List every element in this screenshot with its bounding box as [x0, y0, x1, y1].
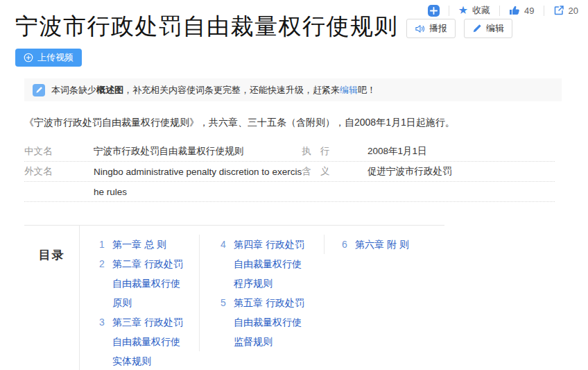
speaker-icon — [415, 24, 425, 34]
circle-plus-icon — [24, 53, 33, 62]
toc-item-3: 3 第三章 行政处罚自由裁量权行使实体规则 — [99, 312, 199, 370]
toc-number: 6 — [342, 235, 350, 254]
toc-item-5: 5 第五章 行政处罚自由裁量权行使监督规则 — [220, 293, 324, 351]
info-label: 含 义 — [302, 165, 368, 178]
plus-badge-icon[interactable] — [428, 5, 440, 17]
toc-link-chapter-4[interactable]: 第四章 行政处罚自由裁量权行使程序规则 — [234, 235, 309, 293]
upload-video-label: 上传视频 — [37, 51, 74, 64]
toc-number: 2 — [99, 254, 107, 274]
star-icon: ★ — [458, 5, 468, 16]
summary-paragraph: 《宁波市行政处罚自由裁量权行使规则》，共六章、三十五条（含附则），自2008年1… — [24, 115, 524, 130]
toc-link-chapter-5[interactable]: 第五章 行政处罚自由裁量权行使监督规则 — [234, 293, 309, 351]
topbar: ★ 收藏 49 20 — [428, 3, 578, 17]
topbar-divider — [544, 6, 544, 16]
play-audio-button[interactable]: 播报 — [406, 19, 456, 38]
notice-bar: 本词条缺少概述图，补充相关内容使词条更完整，还能快速升级，赶紧来编辑吧！ — [24, 78, 562, 101]
basic-info-table: 中文名 宁波市行政处罚自由裁量权行使规则 执 行 2008年1月1日 外文名 N… — [24, 142, 555, 202]
info-label: 执 行 — [302, 145, 368, 158]
toc-link-chapter-3[interactable]: 第三章 行政处罚自由裁量权行使实体规则 — [112, 312, 187, 370]
notice-suffix: 吧！ — [358, 85, 376, 95]
topbar-divider — [499, 6, 500, 16]
toc-link-chapter-6[interactable]: 第六章 附 则 — [355, 235, 430, 254]
catalog-title: 目录 — [39, 249, 65, 262]
info-value: 2008年1月1日 — [368, 145, 555, 158]
edit-pencil-icon — [33, 84, 45, 96]
notice-text: 本词条缺少概述图，补充相关内容使词条更完整，还能快速升级，赶紧来编辑吧！ — [51, 84, 376, 96]
info-value: he rules — [94, 187, 302, 197]
toc-item-2: 2 第二章 行政处罚自由裁量权行使原则 — [99, 254, 199, 312]
info-label: 外文名 — [24, 165, 94, 178]
notice-edit-link[interactable]: 编辑 — [340, 85, 358, 95]
share-count: 20 — [569, 6, 578, 16]
topbar-divider — [449, 6, 449, 16]
favorite-button[interactable]: ★ 收藏 — [458, 4, 490, 17]
thumb-up-icon — [509, 5, 520, 16]
upload-video-button[interactable]: 上传视频 — [15, 49, 82, 67]
info-row: 中文名 宁波市行政处罚自由裁量权行使规则 执 行 2008年1月1日 — [24, 142, 555, 162]
info-value: 促进宁波市行政处罚 — [368, 165, 555, 178]
toc-item-1: 1 第一章 总 则 — [99, 235, 199, 254]
page-title: 宁波市行政处罚自由裁量权行使规则 — [15, 12, 398, 40]
pencil-icon — [472, 24, 482, 33]
favorite-label: 收藏 — [472, 4, 490, 17]
toc-number: 4 — [220, 235, 229, 254]
play-label: 播报 — [429, 22, 447, 35]
catalog-title-cell: 目录 — [24, 226, 80, 370]
info-value: 宁波市行政处罚自由裁量权行使规则 — [94, 145, 302, 158]
notice-bold: 概述图 — [96, 85, 123, 95]
like-button[interactable]: 49 — [509, 5, 534, 16]
toc-item-4: 4 第四章 行政处罚自由裁量权行使程序规则 — [220, 235, 324, 293]
toc-link-chapter-2[interactable]: 第二章 行政处罚自由裁量权行使原则 — [112, 254, 187, 312]
toc-number: 5 — [220, 293, 229, 312]
catalog-column: 6 第六章 附 则 — [324, 235, 442, 254]
info-label: 中文名 — [24, 145, 94, 158]
toc-link-chapter-1[interactable]: 第一章 总 则 — [112, 235, 187, 254]
like-count: 49 — [524, 6, 534, 16]
catalog-column: 1 第一章 总 则 2 第二章 行政处罚自由裁量权行使原则 3 第三章 行政处罚… — [80, 235, 199, 370]
plus-icon — [430, 7, 438, 15]
catalog: 目录 1 第一章 总 则 2 第二章 行政处罚自由裁量权行使原则 3 第三章 行… — [24, 225, 444, 370]
edit-button[interactable]: 编辑 — [464, 19, 512, 38]
toc-item-6: 6 第六章 附 则 — [342, 235, 442, 254]
info-row: he rules — [24, 182, 555, 202]
share-button[interactable]: 20 — [553, 5, 578, 16]
catalog-column: 4 第四章 行政处罚自由裁量权行使程序规则 5 第五章 行政处罚自由裁量权行使监… — [199, 235, 324, 351]
edit-label: 编辑 — [486, 22, 504, 35]
toc-number: 1 — [99, 235, 107, 254]
info-value: Ningbo administrative penalty discretion… — [94, 167, 302, 177]
notice-middle: ，补充相关内容使词条更完整，还能快速升级，赶紧来 — [123, 85, 340, 95]
share-icon — [553, 5, 564, 16]
catalog-list: 1 第一章 总 则 2 第二章 行政处罚自由裁量权行使原则 3 第三章 行政处罚… — [80, 226, 444, 370]
info-row: 外文名 Ningbo administrative penalty discre… — [24, 162, 555, 182]
notice-prefix: 本词条缺少 — [51, 85, 96, 95]
toc-number: 3 — [99, 312, 107, 332]
